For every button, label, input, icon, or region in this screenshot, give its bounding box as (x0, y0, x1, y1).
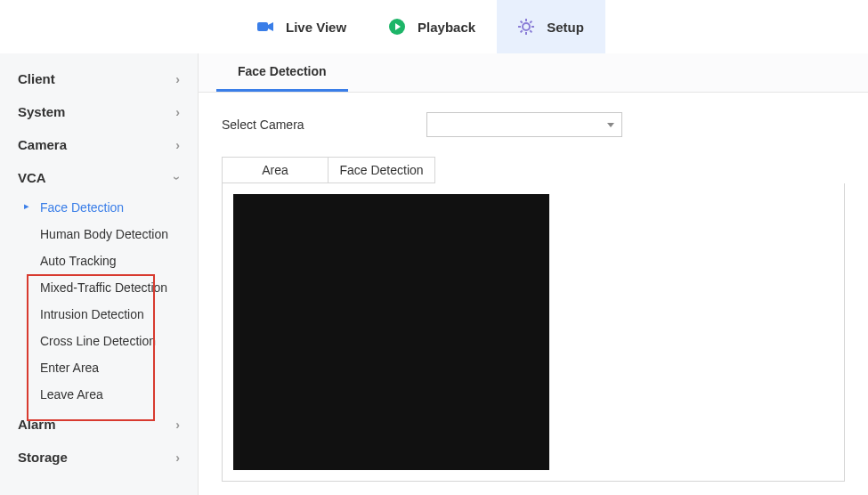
play-circle-icon (389, 19, 405, 35)
sidebar-group-label: System (18, 104, 65, 119)
sidebar-group-label: Alarm (18, 417, 56, 432)
svg-line-10 (530, 21, 531, 23)
svg-rect-0 (257, 22, 268, 31)
sidebar-item-human-body-detection[interactable]: Human Body Detection (40, 221, 198, 248)
sidebar-group-storage[interactable]: Storage › (0, 441, 198, 474)
select-camera-row: Select Camera (222, 112, 845, 137)
nav-setup[interactable]: Setup (497, 0, 605, 53)
sidebar-item-cross-line-detection[interactable]: Cross Line Detection (40, 328, 198, 354)
svg-line-9 (521, 30, 523, 32)
video-preview (233, 194, 549, 470)
sidebar-group-alarm[interactable]: Alarm › (0, 408, 198, 441)
sidebar-group-client[interactable]: Client › (0, 62, 198, 95)
sidebar-item-mixed-traffic-detection[interactable]: Mixed-Traffic Detection (40, 274, 198, 301)
sidebar: Client › System › Camera › VCA › Face De… (0, 53, 199, 495)
sidebar-group-system[interactable]: System › (0, 95, 198, 128)
inner-tab-area[interactable]: Area (222, 157, 329, 183)
sidebar-item-face-detection[interactable]: Face Detection (40, 194, 198, 221)
sidebar-group-label: Camera (18, 137, 67, 152)
sidebar-group-label: VCA (18, 170, 46, 185)
nav-playback[interactable]: Playback (368, 0, 497, 53)
sidebar-item-leave-area[interactable]: Leave Area (40, 381, 198, 408)
select-camera-label: Select Camera (222, 118, 426, 132)
inner-tabs: Area Face Detection (222, 157, 845, 183)
chevron-right-icon: › (175, 72, 180, 86)
inner-tab-face-detection[interactable]: Face Detection (329, 157, 435, 183)
sidebar-item-auto-tracking[interactable]: Auto Tracking (40, 248, 198, 274)
nav-setup-label: Setup (547, 20, 584, 35)
sidebar-group-camera[interactable]: Camera › (0, 128, 198, 161)
top-navigation: Live View Playback Setup (0, 0, 868, 53)
sidebar-item-intrusion-detection[interactable]: Intrusion Detection (40, 301, 198, 328)
sidebar-vca-submenu: Face Detection Human Body Detection Auto… (0, 194, 198, 408)
svg-point-2 (523, 23, 530, 30)
sidebar-group-label: Storage (18, 450, 68, 465)
chevron-right-icon: › (175, 138, 180, 152)
main-layout: Client › System › Camera › VCA › Face De… (0, 53, 868, 495)
subtab-face-detection[interactable]: Face Detection (216, 53, 348, 92)
video-camera-icon (257, 20, 273, 33)
preview-container (222, 183, 845, 482)
content-area: Select Camera Area Face Detection (199, 93, 868, 495)
sidebar-item-enter-area[interactable]: Enter Area (40, 354, 198, 381)
chevron-right-icon: › (175, 418, 180, 432)
main-panel: Face Detection Select Camera Area Face D… (199, 53, 868, 495)
svg-line-7 (521, 21, 523, 23)
nav-live-view-label: Live View (286, 20, 346, 35)
select-camera-dropdown[interactable] (426, 112, 622, 137)
chevron-right-icon: › (175, 105, 180, 119)
sidebar-group-vca[interactable]: VCA › (0, 161, 198, 194)
gear-icon (518, 19, 534, 35)
chevron-down-icon: › (171, 175, 185, 180)
chevron-right-icon: › (175, 450, 180, 465)
sidebar-group-label: Client (18, 71, 55, 86)
nav-live-view[interactable]: Live View (236, 0, 368, 53)
nav-playback-label: Playback (418, 20, 475, 35)
svg-line-8 (530, 30, 531, 32)
subtab-bar: Face Detection (199, 53, 868, 93)
